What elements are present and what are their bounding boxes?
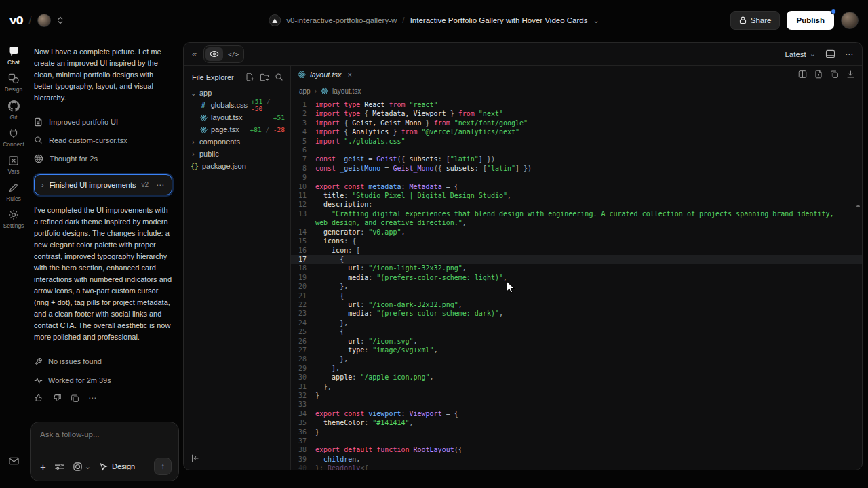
- worked-status[interactable]: Worked for 2m 39s: [34, 371, 172, 390]
- code-line-11[interactable]: 11 title: "Studio Pixel | Digital Design…: [291, 191, 862, 200]
- folder-row-components[interactable]: ›components: [184, 136, 290, 148]
- feedback-mail-button[interactable]: [0, 457, 27, 465]
- code-line-6[interactable]: 6: [291, 146, 862, 155]
- sidebar-item-git[interactable]: Git: [0, 100, 27, 121]
- breadcrumb-file[interactable]: layout.tsx: [332, 87, 361, 95]
- file-row-package.json[interactable]: {}package.json: [184, 160, 290, 172]
- code-line-28[interactable]: 28 },: [291, 354, 862, 363]
- code-line-10[interactable]: 10export const metadata: Metadata = {: [291, 182, 862, 191]
- code-line-36[interactable]: 36}: [291, 428, 862, 436]
- code-line-2[interactable]: 2import type { Metadata, Viewport } from…: [291, 109, 862, 118]
- code-line-38[interactable]: 38export default function RootLayout({: [291, 445, 862, 454]
- code-line-34[interactable]: 34export const viewport: Viewport = {: [291, 409, 862, 418]
- new-file-icon[interactable]: [245, 73, 254, 81]
- code-line-22[interactable]: 22 url: "/icon-dark-32x32.png",: [291, 300, 862, 309]
- code-line-33[interactable]: 33: [291, 400, 862, 409]
- issues-status[interactable]: No issues found: [34, 352, 172, 371]
- close-tab-icon[interactable]: ×: [347, 70, 351, 79]
- v0-logo[interactable]: v0: [9, 14, 23, 27]
- sidebar-item-design[interactable]: Design: [0, 73, 27, 93]
- code-line-7[interactable]: 7const _geist = Geist({ subsets: ["latin…: [291, 155, 862, 163]
- project-avatar-icon[interactable]: [269, 14, 281, 26]
- code-line-27[interactable]: 27 type: "image/svg+xml",: [291, 346, 862, 354]
- file-row-page.tsx[interactable]: page.tsx+81 / -28: [184, 123, 290, 136]
- code-line-17[interactable]: 17 {: [291, 255, 862, 264]
- attach-plus-icon[interactable]: +: [40, 461, 46, 472]
- code-line-32[interactable]: 32}: [291, 391, 862, 400]
- share-button[interactable]: Share: [730, 11, 781, 30]
- code-line-37[interactable]: 37: [291, 436, 862, 445]
- preview-eye-button[interactable]: [205, 47, 223, 61]
- code-line-19[interactable]: 19 media: "(prefers-color-scheme: light)…: [291, 273, 862, 282]
- collapse-explorer-icon[interactable]: [191, 453, 200, 463]
- sidebar-item-rules[interactable]: Rules: [0, 182, 27, 202]
- task-row[interactable]: Improved portfolio UI: [34, 113, 172, 131]
- tab-layout-tsx[interactable]: layout.tsx ×: [298, 70, 352, 79]
- sidebar-item-vars[interactable]: Vars: [0, 155, 27, 175]
- file-row-globals.css[interactable]: #globals.css+51 / -50: [184, 99, 290, 111]
- chat-scroll-region[interactable]: Now I have a complete picture. Let me cr…: [27, 41, 183, 416]
- breadcrumb-folder[interactable]: app: [299, 87, 311, 95]
- code-line-29[interactable]: 29 ],: [291, 364, 862, 373]
- thumbs-up-icon[interactable]: [34, 393, 43, 403]
- code-line-31[interactable]: 31 },: [291, 382, 862, 391]
- team-avatar[interactable]: [37, 14, 51, 27]
- copy-code-icon[interactable]: [830, 70, 839, 79]
- task-row[interactable]: Thought for 2s: [34, 149, 172, 167]
- workspace-menu-icon[interactable]: ⋯: [845, 49, 854, 59]
- code-line-21[interactable]: 21 {: [291, 291, 862, 300]
- project-name[interactable]: v0-interactive-portfolio-gallery-w: [286, 16, 397, 24]
- version-menu-icon[interactable]: ⋯: [156, 180, 165, 190]
- code-line-1[interactable]: 1import type React from "react": [291, 100, 862, 109]
- code-line-35[interactable]: 35 themeColor: "#141414",: [291, 418, 862, 427]
- code-area[interactable]: 1import type React from "react"2import t…: [291, 98, 862, 470]
- publish-button[interactable]: Publish: [787, 11, 834, 30]
- collapse-chat-icon[interactable]: «: [192, 49, 197, 59]
- sidebar-item-connect[interactable]: Connect: [0, 128, 27, 148]
- chat-dropdown-icon[interactable]: ⌄: [593, 16, 599, 25]
- format-file-icon[interactable]: [814, 70, 823, 79]
- code-line-25[interactable]: 25 {: [291, 327, 862, 336]
- code-line-4[interactable]: 4import { Analytics } from "@vercel/anal…: [291, 127, 862, 136]
- model-selector[interactable]: ⌄: [73, 462, 91, 472]
- version-card[interactable]: › Finished UI improvements v2 ⋯: [34, 174, 172, 195]
- download-icon[interactable]: [846, 70, 855, 79]
- version-selector[interactable]: Latest ⌄: [785, 49, 816, 58]
- search-files-icon[interactable]: [275, 73, 283, 81]
- task-row[interactable]: Read custom-cursor.tsx: [34, 131, 172, 149]
- code-line-30[interactable]: 30 apple: "/apple-icon.png",: [291, 373, 862, 382]
- new-folder-icon[interactable]: [260, 73, 269, 81]
- code-line-14[interactable]: 14 generator: "v0.app",: [291, 228, 862, 237]
- split-view-icon[interactable]: [798, 70, 807, 79]
- code-line-40[interactable]: 40}: Readonly<{: [291, 464, 862, 470]
- sidebar-item-chat[interactable]: Chat: [0, 46, 27, 66]
- sidebar-item-settings[interactable]: Settings: [0, 209, 27, 229]
- code-line-20[interactable]: 20 },: [291, 282, 862, 291]
- code-line-26[interactable]: 26 url: "/icon.svg",: [291, 337, 862, 346]
- code-line-24[interactable]: 24 },: [291, 319, 862, 327]
- chat-name[interactable]: Interactive Portfolio Gallery with Hover…: [410, 16, 588, 24]
- file-row-layout.tsx[interactable]: layout.tsx+51: [184, 111, 290, 123]
- code-line-8[interactable]: 8const _geistMono = Geist_Mono({ subsets…: [291, 164, 862, 173]
- open-in-browser-icon[interactable]: [825, 49, 835, 58]
- expand-chevron-icon[interactable]: ›: [41, 181, 44, 189]
- code-view-button[interactable]: </>: [224, 47, 242, 61]
- user-avatar[interactable]: [841, 12, 859, 29]
- code-line-18[interactable]: 18 url: "/icon-light-32x32.png",: [291, 264, 862, 272]
- follow-up-input[interactable]: [40, 430, 172, 439]
- team-selector-icon[interactable]: [57, 16, 64, 24]
- code-line-16[interactable]: 16 icon: [: [291, 246, 862, 255]
- code-line-3[interactable]: 3import { Geist, Geist_Mono } from "next…: [291, 119, 862, 127]
- settings-sliders-icon[interactable]: [54, 462, 64, 471]
- thumbs-down-icon[interactable]: [52, 393, 62, 403]
- code-line-5[interactable]: 5import "./globals.css": [291, 137, 862, 146]
- code-line-13[interactable]: 13 "Crafting digital experiences that bl…: [291, 209, 862, 228]
- code-line-9[interactable]: 9: [291, 173, 862, 182]
- copy-icon[interactable]: [71, 394, 79, 403]
- send-button[interactable]: ↑: [154, 458, 172, 475]
- code-line-15[interactable]: 15 icons: {: [291, 237, 862, 245]
- design-mode-button[interactable]: Design: [99, 462, 135, 471]
- more-actions-icon[interactable]: ⋯: [88, 393, 97, 403]
- folder-row-public[interactable]: ›public: [184, 148, 290, 160]
- code-line-39[interactable]: 39 children,: [291, 455, 862, 464]
